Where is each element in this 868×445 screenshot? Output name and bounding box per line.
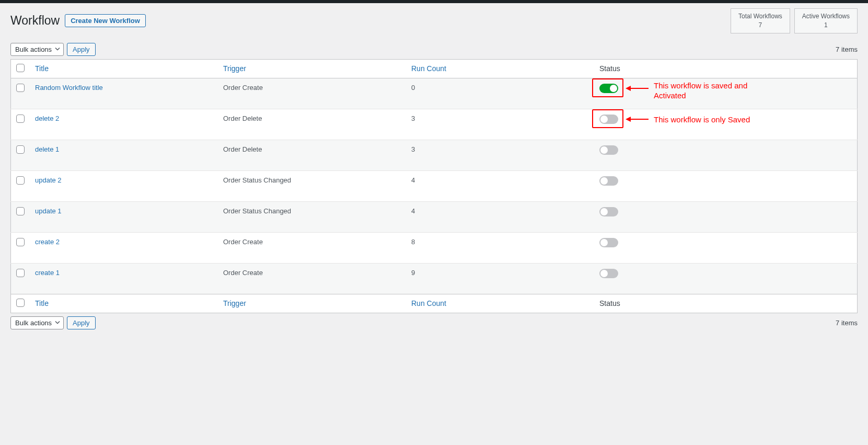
table-row: create 1Order Create9 xyxy=(11,263,858,294)
status-toggle[interactable] xyxy=(599,269,618,278)
workflow-title-link[interactable]: delete 2 xyxy=(35,115,59,122)
trigger-cell: Order Create xyxy=(218,263,406,294)
items-count-bottom: 7 items xyxy=(836,319,858,327)
run-count-cell: 8 xyxy=(406,232,594,263)
workflows-table: Title Trigger Run Count Status Random Wo… xyxy=(10,59,858,313)
stat-value: 7 xyxy=(738,21,782,30)
trigger-cell: Order Status Changed xyxy=(218,170,406,201)
bottom-actions-row: Bulk actions Apply 7 items xyxy=(10,316,858,329)
row-checkbox[interactable] xyxy=(16,145,25,154)
row-checkbox[interactable] xyxy=(16,84,25,92)
column-footer-run-count[interactable]: Run Count xyxy=(411,299,446,307)
bulk-actions-select[interactable]: Bulk actions xyxy=(10,43,64,56)
stats-cards: Total Workflows7Active Workflows1 xyxy=(731,8,858,33)
workflow-title-link[interactable]: create 2 xyxy=(35,238,60,246)
row-checkbox[interactable] xyxy=(16,269,25,277)
column-header-trigger[interactable]: Trigger xyxy=(223,64,246,73)
table-row: create 2Order Create8 xyxy=(11,232,858,263)
trigger-cell: Order Create xyxy=(218,78,406,109)
column-footer-title[interactable]: Title xyxy=(35,299,49,307)
annotation-arrow-icon xyxy=(626,116,649,123)
status-toggle[interactable] xyxy=(599,207,618,216)
apply-button[interactable]: Apply xyxy=(67,43,96,56)
status-toggle[interactable] xyxy=(599,145,618,155)
column-footer-status: Status xyxy=(599,299,620,307)
chevron-down-icon xyxy=(55,45,60,53)
run-count-cell: 4 xyxy=(406,170,594,201)
trigger-cell: Order Status Changed xyxy=(218,201,406,232)
run-count-cell: 9 xyxy=(406,263,594,294)
table-row: Random Workflow titleOrder Create0This w… xyxy=(11,78,858,109)
create-new-workflow-button[interactable]: Create New Workflow xyxy=(65,14,146,27)
row-checkbox[interactable] xyxy=(16,176,25,185)
trigger-cell: Order Delete xyxy=(218,140,406,170)
column-header-title[interactable]: Title xyxy=(35,64,49,73)
page-header: Workflow Create New Workflow Total Workf… xyxy=(10,8,858,33)
table-row: update 1Order Status Changed4 xyxy=(11,201,858,232)
annotation-text: This workflow is only Saved xyxy=(654,115,750,125)
svg-marker-1 xyxy=(626,86,631,91)
trigger-cell: Order Delete xyxy=(218,109,406,140)
column-header-status: Status xyxy=(599,64,620,73)
run-count-cell: 4 xyxy=(406,201,594,232)
run-count-cell: 3 xyxy=(406,109,594,140)
svg-marker-3 xyxy=(626,117,631,122)
bulk-actions-label: Bulk actions xyxy=(15,45,52,53)
run-count-cell: 0 xyxy=(406,78,594,109)
workflow-title-link[interactable]: create 1 xyxy=(35,269,60,277)
bulk-actions-label-bottom: Bulk actions xyxy=(15,319,52,327)
table-row: update 2Order Status Changed4 xyxy=(11,170,858,201)
status-cell: This workflow is only Saved xyxy=(594,109,858,140)
select-all-checkbox-top[interactable] xyxy=(16,64,25,72)
row-checkbox[interactable] xyxy=(16,207,25,215)
stat-card: Active Workflows1 xyxy=(794,8,858,33)
stat-label: Total Workflows xyxy=(738,13,782,20)
workflow-title-link[interactable]: update 1 xyxy=(35,207,62,215)
status-toggle[interactable] xyxy=(599,115,618,124)
status-cell xyxy=(594,263,858,294)
workflow-title-link[interactable]: delete 1 xyxy=(35,145,59,153)
status-toggle[interactable] xyxy=(599,176,618,186)
status-cell xyxy=(594,140,858,170)
stat-value: 1 xyxy=(802,21,850,30)
select-all-checkbox-bottom[interactable] xyxy=(16,299,25,307)
run-count-cell: 3 xyxy=(406,140,594,170)
status-cell xyxy=(594,170,858,201)
status-cell xyxy=(594,201,858,232)
stat-label: Active Workflows xyxy=(802,13,850,20)
column-footer-trigger[interactable]: Trigger xyxy=(223,299,246,307)
page-title: Workflow xyxy=(10,14,60,28)
top-actions-row: Bulk actions Apply 7 items xyxy=(10,43,858,56)
status-cell xyxy=(594,232,858,263)
bulk-actions-select-bottom[interactable]: Bulk actions xyxy=(10,316,64,329)
annotation-arrow-icon xyxy=(626,85,649,92)
items-count-top: 7 items xyxy=(836,45,858,53)
status-cell: This workflow is saved andActivated xyxy=(594,78,858,109)
annotation-text: This workflow is saved andActivated xyxy=(654,81,747,101)
workflow-title-link[interactable]: Random Workflow title xyxy=(35,84,103,92)
table-row: delete 1Order Delete3 xyxy=(11,140,858,170)
chevron-down-icon xyxy=(55,319,60,327)
status-toggle[interactable] xyxy=(599,238,618,247)
workflow-title-link[interactable]: update 2 xyxy=(35,176,62,184)
stat-card: Total Workflows7 xyxy=(731,8,790,33)
trigger-cell: Order Create xyxy=(218,232,406,263)
row-checkbox[interactable] xyxy=(16,115,25,123)
status-toggle[interactable] xyxy=(599,84,618,93)
table-row: delete 2Order Delete3This workflow is on… xyxy=(11,109,858,140)
row-checkbox[interactable] xyxy=(16,238,25,246)
column-header-run-count[interactable]: Run Count xyxy=(411,64,446,73)
apply-button-bottom[interactable]: Apply xyxy=(67,316,96,329)
